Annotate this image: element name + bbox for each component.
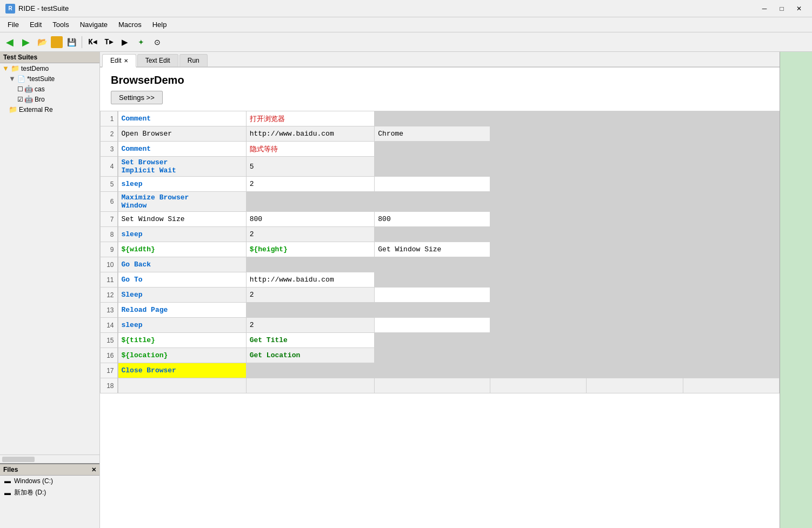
table-cell[interactable]: 2 — [246, 288, 375, 303]
table-cell[interactable] — [490, 288, 587, 303]
table-cell[interactable]: Close Browser — [118, 363, 247, 378]
table-cell[interactable] — [375, 157, 490, 177]
table-cell[interactable] — [587, 142, 683, 157]
table-cell[interactable] — [490, 257, 587, 272]
table-cell[interactable] — [683, 242, 779, 257]
table-cell[interactable] — [587, 272, 683, 288]
table-cell[interactable] — [490, 177, 587, 192]
left-scrollbar[interactable] — [0, 455, 99, 463]
tree-item-case1[interactable]: ☐ 🤖 cas — [0, 84, 99, 94]
table-cell[interactable] — [587, 157, 683, 177]
table-cell[interactable] — [683, 126, 779, 142]
table-cell[interactable]: Maximize Browser Window — [118, 192, 247, 212]
table-cell[interactable]: http://www.baidu.com — [246, 272, 375, 288]
table-cell[interactable] — [246, 303, 375, 318]
table-cell[interactable] — [490, 318, 587, 333]
maximize-button[interactable]: □ — [774, 3, 789, 14]
table-cell[interactable] — [375, 227, 490, 242]
table-cell[interactable] — [375, 142, 490, 157]
table-cell[interactable] — [375, 333, 490, 348]
close-button[interactable]: ✕ — [791, 3, 807, 14]
table-cell[interactable]: Sleep — [118, 288, 247, 303]
table-cell[interactable] — [375, 303, 490, 318]
table-row[interactable]: 9${width}${height}Get Window Size — [101, 242, 780, 257]
table-cell[interactable] — [683, 318, 779, 333]
table-cell[interactable]: 打开浏览器 — [246, 111, 375, 126]
table-cell[interactable] — [683, 303, 779, 318]
files-close-btn[interactable]: ✕ — [91, 466, 96, 473]
table-cell[interactable]: ${height} — [246, 242, 375, 257]
table-cell[interactable] — [375, 177, 490, 192]
table-row[interactable]: 12Sleep2 — [101, 288, 780, 303]
table-cell[interactable] — [246, 257, 375, 272]
tab-edit[interactable]: Edit ✕ — [102, 54, 136, 68]
table-row[interactable]: 2Open Browserhttp://www.baidu.comChrome — [101, 126, 780, 142]
table-row[interactable]: 7Set Window Size800800 — [101, 212, 780, 227]
minimize-button[interactable]: ─ — [757, 3, 772, 14]
table-cell[interactable] — [490, 126, 587, 142]
table-cell[interactable] — [587, 177, 683, 192]
table-cell[interactable] — [246, 192, 375, 212]
table-cell[interactable] — [683, 157, 779, 177]
table-cell[interactable] — [587, 303, 683, 318]
table-cell[interactable] — [587, 288, 683, 303]
table-cell[interactable] — [683, 177, 779, 192]
table-cell[interactable] — [375, 318, 490, 333]
table-cell[interactable]: Set Browser Implicit Wait — [118, 157, 247, 177]
table-cell[interactable] — [683, 333, 779, 348]
save-toolbar-btn[interactable]: 💾 — [64, 35, 79, 50]
table-cell[interactable]: 2 — [246, 227, 375, 242]
table-cell[interactable]: 800 — [246, 212, 375, 227]
table-row[interactable]: 3Comment隐式等待 — [101, 142, 780, 157]
table-cell[interactable] — [490, 272, 587, 288]
table-cell[interactable] — [375, 363, 490, 378]
open-toolbar-btn[interactable]: 📂 — [35, 35, 50, 50]
t-toolbar-btn[interactable]: T▸ — [101, 35, 116, 50]
table-cell[interactable] — [587, 242, 683, 257]
table-cell[interactable] — [490, 242, 587, 257]
table-row[interactable]: 18 — [101, 378, 780, 393]
tree-item-testsuite[interactable]: ▼ 📄 *testSuite — [0, 73, 99, 84]
table-cell[interactable] — [118, 378, 247, 393]
table-cell[interactable]: ${title} — [118, 333, 247, 348]
file-item-c[interactable]: ▬ Windows (C:) — [0, 476, 99, 486]
file-item-d[interactable]: ▬ 新加卷 (D:) — [0, 486, 99, 499]
table-cell[interactable]: Get Window Size — [375, 242, 490, 257]
run-toolbar-btn[interactable]: ▶ — [117, 35, 132, 50]
table-cell[interactable]: sleep — [118, 227, 247, 242]
table-cell[interactable]: 2 — [246, 318, 375, 333]
menu-item-help[interactable]: Help — [147, 19, 172, 30]
table-cell[interactable] — [375, 257, 490, 272]
menu-item-file[interactable]: File — [2, 19, 24, 30]
reset-toolbar-btn[interactable]: ⊙ — [150, 35, 165, 50]
table-cell[interactable]: Chrome — [375, 126, 490, 142]
table-cell[interactable] — [587, 227, 683, 242]
table-cell[interactable] — [587, 348, 683, 363]
table-row[interactable]: 8sleep2 — [101, 227, 780, 242]
table-row[interactable]: 11Go Tohttp://www.baidu.com — [101, 272, 780, 288]
table-cell[interactable]: http://www.baidu.com — [246, 126, 375, 142]
settings-button[interactable]: Settings >> — [111, 91, 163, 104]
table-row[interactable]: 6Maximize Browser Window — [101, 192, 780, 212]
table-row[interactable]: 4Set Browser Implicit Wait5 — [101, 157, 780, 177]
table-row[interactable]: 14sleep2 — [101, 318, 780, 333]
table-row[interactable]: 17Close Browser — [101, 363, 780, 378]
table-cell[interactable] — [490, 348, 587, 363]
table-cell[interactable] — [683, 378, 779, 393]
menu-item-macros[interactable]: Macros — [113, 19, 147, 30]
table-row[interactable]: 13Reload Page — [101, 303, 780, 318]
table-cell[interactable] — [683, 288, 779, 303]
table-cell[interactable] — [375, 288, 490, 303]
table-cell[interactable] — [683, 227, 779, 242]
menu-item-edit[interactable]: Edit — [24, 19, 47, 30]
table-row[interactable]: 5sleep2 — [101, 177, 780, 192]
table-cell[interactable] — [490, 111, 587, 126]
table-cell[interactable] — [490, 378, 587, 393]
tab-text-edit[interactable]: Text Edit — [137, 54, 178, 66]
table-cell[interactable] — [375, 111, 490, 126]
forward-toolbar-btn[interactable]: ▶ — [18, 35, 34, 50]
table-cell[interactable]: Go To — [118, 272, 247, 288]
table-cell[interactable] — [683, 257, 779, 272]
tree-item-external[interactable]: 📁 External Re — [0, 104, 99, 115]
table-cell[interactable] — [683, 363, 779, 378]
